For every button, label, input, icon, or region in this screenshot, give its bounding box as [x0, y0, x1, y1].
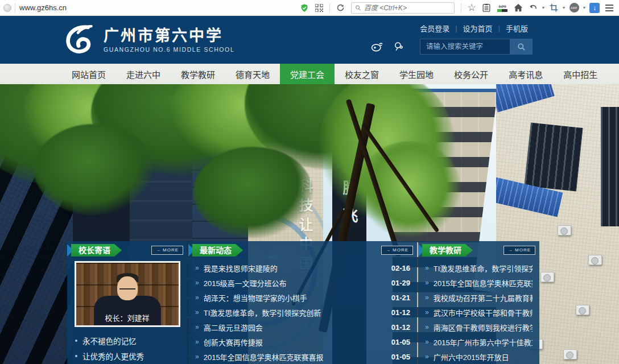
member-login-link[interactable]: 会员登录 — [420, 23, 449, 34]
news-date: 01-12 — [386, 308, 410, 317]
news-row[interactable]: » 我校成功召开第二十九届教育教... — [418, 290, 539, 305]
address-bar[interactable] — [19, 3, 297, 12]
chevron-bullet-icon: » — [425, 293, 429, 301]
chevron-bullet-icon: » — [195, 279, 199, 287]
divider: | — [455, 24, 457, 32]
news-date: 01-29 — [386, 279, 410, 287]
crop-dropdown-caret[interactable]: ▾ — [561, 2, 567, 14]
news-row[interactable]: » 2015年全国信息学奥林匹克联赛... — [418, 275, 539, 290]
site-search-input[interactable] — [420, 39, 510, 55]
news-row[interactable]: » 我是来找恩师宋建陵的 02-16 — [188, 260, 417, 275]
nav-item-about[interactable]: 走进六中 — [116, 64, 171, 84]
panel-title: 教学教研 — [422, 244, 473, 257]
qr-code-icon[interactable] — [313, 2, 325, 14]
chevron-bullet-icon: » — [425, 353, 429, 361]
chevron-bullet-icon: » — [425, 323, 429, 331]
news-row[interactable]: » TI激发思维革命，数学引领探究创新 01-12 — [188, 305, 417, 320]
chevron-bullet-icon: » — [425, 279, 429, 287]
principal-figure — [119, 288, 135, 292]
header-top-links: 会员登录 | 设为首页 | 手机版 — [420, 23, 528, 34]
browser-search-box[interactable] — [351, 2, 455, 14]
mobile-version-link[interactable]: 手机版 — [506, 23, 528, 34]
browser-search-input[interactable] — [364, 4, 451, 12]
bullet-icon — [75, 355, 77, 357]
news-row[interactable]: » TI激发思维革命，数学引领探究... — [418, 260, 539, 275]
arp-badge[interactable]: ARP — [568, 2, 580, 14]
panel-latest-news: 最新动态 → MORE » 我是来找恩师宋建陵的 02-16 » 2015级高一… — [188, 241, 417, 364]
barred-window — [601, 107, 619, 226]
home-icon[interactable] — [512, 2, 525, 14]
site-search — [420, 39, 533, 55]
news-row[interactable]: » 南海区骨干教师到我校进行教学... — [418, 320, 539, 334]
school-name-en: GUANGZHOU NO.6 MIDDLE SCHOOL — [104, 46, 234, 53]
nav-item-home[interactable]: 网站首页 — [61, 64, 116, 84]
ac-unit — [576, 305, 589, 315]
news-row[interactable]: » 高二级元旦游园会 01-12 — [188, 320, 417, 334]
ac-unit — [588, 255, 602, 265]
undo-dropdown-caret[interactable]: ▾ — [540, 2, 546, 14]
nav-item-gaokao-news[interactable]: 高考讯息 — [498, 64, 553, 84]
search-icon — [517, 43, 526, 51]
news-row[interactable]: » 广州六中2015年开放日 — [418, 349, 539, 364]
shield-check-icon[interactable] — [298, 2, 311, 14]
list-item[interactable]: 永不褪色的记忆 — [67, 333, 187, 348]
school-logo-icon — [64, 25, 97, 55]
undo-icon[interactable] — [527, 2, 539, 14]
chevron-bullet-icon: » — [195, 338, 199, 346]
news-date: 02-16 — [386, 264, 410, 272]
nav-item-alumni[interactable]: 校友之窗 — [335, 64, 389, 84]
ac-unit — [563, 349, 577, 359]
chevron-bullet-icon: » — [195, 308, 199, 316]
news-row[interactable]: » 2015级高一文理分班公布 01-29 — [188, 275, 417, 290]
chevron-bullet-icon: » — [195, 323, 199, 331]
panel-teaching-research: 教学教研 → MORE » TI激发思维革命，数学引领探究... » 2015年… — [418, 241, 539, 364]
bullet-icon — [75, 340, 77, 342]
news-row[interactable]: » 创新大赛再传捷报 01-05 — [188, 334, 417, 349]
more-button[interactable]: → MORE — [151, 246, 183, 255]
main-nav: 网站首页 走进六中 教学教研 德育天地 党建工会 校友之窗 学生园地 校务公开 … — [0, 64, 619, 84]
news-date: 01-12 — [386, 323, 410, 332]
school-name-zh: 广州市第六中学 — [104, 27, 234, 44]
news-row[interactable]: » 2015年全国信息学奥林匹克联赛喜报 01-05 — [188, 349, 417, 364]
ac-unit — [540, 272, 554, 282]
crop-icon[interactable] — [547, 2, 560, 14]
nav-item-school-affairs[interactable]: 校务公开 — [444, 64, 498, 84]
more-button[interactable]: → MORE — [381, 246, 413, 255]
chevron-bullet-icon: » — [425, 338, 429, 346]
search-icon — [355, 5, 361, 11]
nav-item-moral-education[interactable]: 德育天地 — [225, 64, 280, 84]
nav-item-party-union[interactable]: 党建工会 — [280, 64, 335, 84]
weibo-icon[interactable] — [371, 40, 383, 53]
news-row[interactable]: » 武汉市中学校级干部和骨干教师... — [418, 305, 539, 320]
download-icon[interactable]: ↓ — [588, 2, 601, 14]
filter-counter[interactable]: 129 — [495, 2, 510, 14]
site-search-button[interactable] — [510, 39, 533, 55]
list-item[interactable]: 让优秀的人更优秀 — [67, 348, 187, 363]
nav-item-students[interactable]: 学生园地 — [389, 64, 444, 84]
arp-dropdown-caret[interactable]: ▾ — [581, 2, 587, 14]
nav-item-admissions[interactable]: 高中招生 — [553, 64, 608, 84]
barred-window — [524, 122, 583, 191]
photo-caption: 校长：刘建祥 — [76, 312, 179, 323]
news-date: 01-21 — [386, 293, 410, 302]
chevron-bullet-icon: » — [425, 308, 429, 316]
principal-photo[interactable]: 校长：刘建祥 — [75, 261, 180, 327]
panel-title: 校长寄语 — [71, 244, 122, 257]
clipboard-icon[interactable] — [480, 2, 493, 14]
site-logo[interactable]: 广州市第六中学 GUANGZHOU NO.6 MIDDLE SCHOOL — [64, 25, 234, 55]
tree-foliage — [34, 124, 154, 215]
blue-tile-roof — [496, 84, 555, 112]
chevron-bullet-icon: » — [425, 264, 429, 272]
nav-item-teaching[interactable]: 教学教研 — [171, 64, 225, 84]
divider — [461, 3, 461, 13]
reload-icon[interactable] — [334, 2, 346, 14]
set-homepage-link[interactable]: 设为首页 — [463, 23, 493, 34]
star-icon[interactable]: ☆ — [465, 2, 478, 14]
menu-icon[interactable] — [603, 2, 616, 14]
more-button[interactable]: → MORE — [504, 246, 535, 255]
tencent-weibo-icon[interactable] — [393, 40, 405, 53]
news-row[interactable]: » 胡泽天：想当物理学家的小棋手 01-21 — [188, 290, 417, 305]
news-row[interactable]: » 2015年广州市第六中学十佳教工 — [418, 334, 539, 349]
site-favicon — [3, 4, 11, 12]
divider: | — [498, 24, 500, 32]
